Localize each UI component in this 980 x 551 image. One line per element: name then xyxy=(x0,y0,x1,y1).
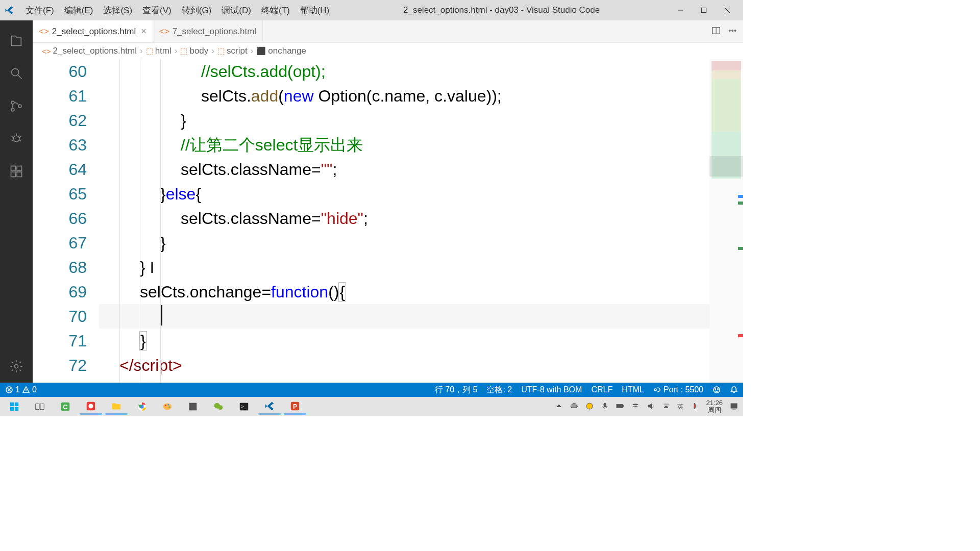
more-actions-icon[interactable] xyxy=(728,26,737,37)
svg-text:C: C xyxy=(63,403,67,411)
svg-point-9 xyxy=(13,136,19,142)
task-view-icon[interactable] xyxy=(29,398,51,415)
ruler-mark xyxy=(738,247,743,250)
tag-icon: ⬚ xyxy=(146,46,153,56)
svg-rect-49 xyxy=(189,403,197,411)
svg-point-7 xyxy=(11,108,14,111)
tray-clock[interactable]: 21:26 周四 xyxy=(706,399,723,414)
taskbar-app-powerpoint[interactable]: P xyxy=(284,398,306,415)
status-live-server[interactable]: Port : 5500 xyxy=(653,385,703,394)
taskbar-app-wechat[interactable] xyxy=(207,398,230,415)
status-language[interactable]: HTML xyxy=(622,385,644,394)
taskbar-app-recorder[interactable] xyxy=(80,398,102,415)
tab-file-2[interactable]: <> 7_select_options.html xyxy=(153,20,263,42)
start-button[interactable] xyxy=(3,398,26,415)
taskbar-app-paint[interactable] xyxy=(156,398,179,415)
svg-rect-35 xyxy=(10,407,14,411)
tray-volume-icon[interactable] xyxy=(647,402,655,412)
svg-point-30 xyxy=(714,387,720,393)
ruler-mark xyxy=(738,334,743,337)
svg-point-6 xyxy=(11,101,14,104)
system-tray: 英 21:26 周四 xyxy=(555,399,740,414)
svg-line-5 xyxy=(18,76,22,79)
editor-tabs: <> 2_select_options.html × <> 7_select_o… xyxy=(33,20,743,43)
tray-ime-icon[interactable] xyxy=(662,402,670,412)
code-content[interactable]: //selCts.add(opt);selCts.add(new Option(… xyxy=(99,59,709,383)
html-file-icon: <> xyxy=(42,47,51,56)
svg-text:>_: >_ xyxy=(241,404,247,409)
explorer-icon[interactable] xyxy=(4,29,29,53)
menu-file[interactable]: 文件(F) xyxy=(20,3,59,18)
svg-line-14 xyxy=(19,140,21,141)
chevron-right-icon: › xyxy=(211,46,214,56)
vscode-logo-icon xyxy=(4,5,14,15)
menu-debug[interactable]: 调试(D) xyxy=(216,3,256,18)
settings-gear-icon[interactable] xyxy=(4,354,29,379)
close-button[interactable] xyxy=(716,3,739,18)
tab-file-1[interactable]: <> 2_select_options.html × xyxy=(33,20,153,42)
debug-icon[interactable] xyxy=(4,127,29,151)
taskbar-app-editor[interactable] xyxy=(182,398,204,415)
menu-help[interactable]: 帮助(H) xyxy=(295,3,335,18)
minimize-button[interactable] xyxy=(669,3,692,18)
tray-app-icon[interactable] xyxy=(691,402,699,412)
tag-icon: ⬚ xyxy=(180,46,187,56)
svg-rect-15 xyxy=(11,166,16,171)
taskbar-app-vscode[interactable] xyxy=(258,398,281,415)
svg-rect-36 xyxy=(15,407,18,411)
taskbar-app-camtasia[interactable]: C xyxy=(54,398,77,415)
taskbar-app-chrome[interactable] xyxy=(131,398,153,415)
html-file-icon: <> xyxy=(39,27,49,37)
status-line-col[interactable]: 行 70，列 5 xyxy=(435,385,478,395)
tray-security-icon[interactable] xyxy=(585,402,594,412)
tray-battery-icon[interactable] xyxy=(616,402,624,412)
chevron-right-icon: › xyxy=(140,46,143,56)
svg-line-12 xyxy=(19,136,21,137)
tab-close-icon[interactable]: × xyxy=(141,26,146,37)
maximize-button[interactable] xyxy=(692,3,716,18)
split-editor-icon[interactable] xyxy=(712,26,721,37)
status-indent[interactable]: 空格: 2 xyxy=(486,385,512,395)
status-problems[interactable]: 1 0 xyxy=(5,385,37,394)
taskbar-app-explorer[interactable] xyxy=(105,398,128,415)
search-icon[interactable] xyxy=(4,61,29,86)
tray-notifications-icon[interactable] xyxy=(730,402,738,412)
tray-chevron-up-icon[interactable] xyxy=(555,402,563,412)
status-eol[interactable]: CRLF xyxy=(591,385,612,394)
line-number-gutter: 6061626364656667686970717273 xyxy=(33,59,99,383)
svg-point-47 xyxy=(167,404,169,406)
breadcrumb-onchange[interactable]: ⬛onchange xyxy=(256,46,306,56)
breadcrumb[interactable]: <>2_select_options.html › ⬚html › ⬚body … xyxy=(33,43,743,59)
menu-view[interactable]: 查看(V) xyxy=(137,3,177,18)
svg-rect-16 xyxy=(11,172,16,177)
chevron-right-icon: › xyxy=(251,46,254,56)
status-bell-icon[interactable] xyxy=(730,386,738,394)
svg-point-51 xyxy=(218,405,223,410)
menu-selection[interactable]: 选择(S) xyxy=(98,3,137,18)
breadcrumb-html[interactable]: ⬚html xyxy=(146,46,172,56)
tray-wifi-icon[interactable] xyxy=(631,402,640,412)
svg-point-4 xyxy=(12,69,19,76)
svg-rect-17 xyxy=(17,172,21,177)
breadcrumb-body[interactable]: ⬚body xyxy=(180,46,208,56)
svg-rect-33 xyxy=(10,403,14,406)
overview-ruler[interactable] xyxy=(736,59,743,383)
status-feedback-icon[interactable] xyxy=(713,386,721,394)
extensions-icon[interactable] xyxy=(4,159,29,184)
svg-point-46 xyxy=(165,405,166,406)
code-editor[interactable]: 6061626364656667686970717273 //selCts.ad… xyxy=(33,59,743,383)
breadcrumb-file[interactable]: <>2_select_options.html xyxy=(42,46,137,56)
window-controls xyxy=(669,3,739,18)
menu-edit[interactable]: 编辑(E) xyxy=(59,3,99,18)
menu-terminal[interactable]: 终端(T) xyxy=(256,3,295,18)
tray-lang-icon[interactable]: 英 xyxy=(677,403,683,411)
taskbar-app-terminal[interactable]: >_ xyxy=(233,398,255,415)
status-encoding[interactable]: UTF-8 with BOM xyxy=(521,385,582,394)
tray-mic-icon[interactable] xyxy=(601,402,609,412)
breadcrumb-script[interactable]: ⬚script xyxy=(217,46,248,56)
svg-point-45 xyxy=(163,404,172,410)
menu-go[interactable]: 转到(G) xyxy=(177,3,217,18)
svg-point-22 xyxy=(729,30,730,31)
tray-onedrive-icon[interactable] xyxy=(570,402,578,412)
source-control-icon[interactable] xyxy=(4,94,29,118)
